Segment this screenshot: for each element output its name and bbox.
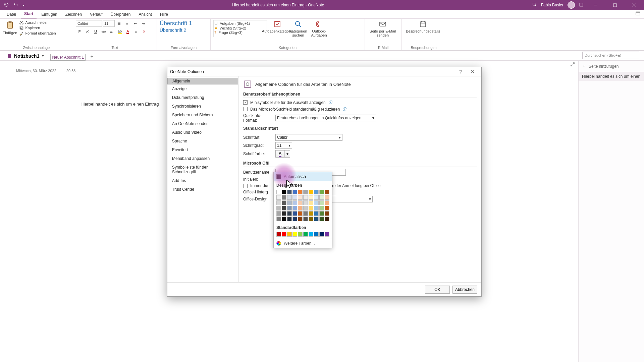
autosave-icon[interactable] — [4, 2, 9, 8]
font-name-combo[interactable]: Calibri — [76, 20, 102, 27]
nav-dokumentpruefung[interactable]: Dokumentprüfung — [167, 93, 238, 102]
color-swatch[interactable] — [287, 217, 292, 221]
color-swatch[interactable] — [287, 211, 292, 216]
undo-icon[interactable] — [13, 2, 18, 8]
color-swatch[interactable] — [325, 211, 329, 216]
color-swatch[interactable] — [303, 195, 308, 200]
bold-button[interactable]: F — [76, 28, 83, 35]
tab-einfuegen[interactable]: Einfügen — [38, 11, 60, 18]
color-swatch[interactable] — [319, 217, 324, 221]
color-swatch[interactable] — [298, 232, 303, 237]
color-swatch[interactable] — [298, 200, 303, 205]
nav-erweitert[interactable]: Erweitert — [167, 145, 238, 154]
minimize-button[interactable] — [588, 0, 603, 10]
nav-speichern[interactable]: Speichern und Sichern — [167, 111, 238, 119]
meeting-details-button[interactable]: Besprechungsdetails — [405, 20, 441, 33]
color-swatch[interactable] — [292, 217, 297, 221]
color-swatch[interactable] — [309, 206, 313, 210]
color-swatch[interactable] — [319, 232, 324, 237]
color-swatch[interactable] — [319, 190, 324, 194]
styles-gallery[interactable]: Überschrift 1 Überschrift 2 — [160, 20, 208, 33]
color-automatic[interactable]: Automatisch — [274, 172, 332, 181]
nav-synchronisieren[interactable]: Synchronisieren — [167, 102, 238, 111]
dialog-help-button[interactable]: ? — [454, 69, 467, 74]
ribbon-opts-icon[interactable] — [579, 2, 584, 8]
nav-addins[interactable]: Add-Ins — [167, 176, 238, 185]
color-swatch[interactable] — [325, 232, 329, 237]
color-swatch[interactable] — [292, 211, 297, 216]
add-section-button[interactable]: + — [88, 53, 96, 60]
color-swatch[interactable] — [292, 200, 297, 205]
font-color-button[interactable]: A — [124, 28, 131, 35]
color-swatch[interactable] — [298, 195, 303, 200]
color-swatch[interactable] — [303, 206, 308, 210]
color-swatch[interactable] — [303, 190, 308, 194]
color-swatch[interactable] — [298, 217, 303, 221]
color-swatch[interactable] — [282, 200, 286, 205]
default-size-select[interactable]: 11▾ — [275, 142, 292, 149]
color-swatch[interactable] — [314, 190, 319, 194]
user-name[interactable]: Fabio Basler — [541, 3, 564, 7]
color-swatch[interactable] — [287, 200, 292, 205]
indent-dec-button[interactable]: ⇤ — [131, 20, 139, 27]
color-swatch[interactable] — [314, 232, 319, 237]
tab-start[interactable]: Start — [21, 10, 37, 18]
underline-button[interactable]: U — [92, 28, 99, 35]
color-swatch[interactable] — [319, 200, 324, 205]
color-swatch[interactable] — [282, 217, 286, 221]
color-swatch[interactable] — [292, 195, 297, 200]
highlight-button[interactable]: ab — [116, 28, 123, 35]
outlook-tasks-button[interactable]: Outlook-Aufgaben — [309, 20, 329, 37]
color-swatch[interactable] — [298, 190, 303, 194]
find-categories-button[interactable]: Kategorien suchen — [288, 20, 309, 37]
font-color-dropdown[interactable]: A ▾ — [275, 150, 290, 158]
quickinfo-select[interactable]: Featurebeschreibungen in QuickInfos anze… — [275, 115, 376, 121]
tab-ansicht[interactable]: Ansicht — [136, 11, 155, 18]
email-page-button[interactable]: Seite per E-Mail senden — [368, 20, 398, 37]
nav-anzeige[interactable]: Anzeige — [167, 84, 238, 93]
task-category-button[interactable]: Aufgabenkategorie — [267, 20, 288, 37]
color-swatch[interactable] — [292, 206, 297, 210]
close-button[interactable] — [627, 0, 642, 10]
numbering-button[interactable]: ≡ — [123, 20, 131, 27]
dialog-close-button[interactable]: ✕ — [467, 69, 479, 74]
color-swatch[interactable] — [325, 217, 329, 221]
color-swatch[interactable] — [325, 206, 329, 210]
style-ueberschrift2[interactable]: Überschrift 2 — [160, 27, 208, 33]
checkbox-mini-toolbar[interactable]: ✓Minisymbolleiste für die Auswahl anzeig… — [243, 100, 477, 105]
color-swatch[interactable] — [314, 200, 319, 205]
style-ueberschrift1[interactable]: Überschrift 1 — [160, 20, 208, 27]
tab-datei[interactable]: Datei — [3, 11, 19, 18]
bullets-button[interactable]: ☰ — [115, 20, 123, 27]
clear-fmt-button[interactable]: ✕ — [140, 28, 148, 35]
color-swatch[interactable] — [276, 211, 281, 216]
tab-ueberpruefen[interactable]: Überprüfen — [107, 11, 134, 18]
notebook-selector[interactable]: Notizbuch1 ▼ — [3, 52, 48, 60]
page-list-item[interactable]: Hierbei handelt es sich um einen — [579, 72, 644, 81]
color-swatch[interactable] — [314, 217, 319, 221]
color-swatch[interactable] — [276, 217, 281, 221]
color-swatch[interactable] — [309, 217, 313, 221]
nav-trustcenter[interactable]: Trust Center — [167, 185, 238, 194]
search-input[interactable]: Durchsuchen (Strg+E) — [582, 52, 639, 59]
default-font-select[interactable]: Calibri▾ — [275, 134, 342, 141]
color-swatch[interactable] — [276, 190, 281, 194]
more-colors-button[interactable]: Weitere Farben... — [274, 239, 332, 248]
color-swatch[interactable] — [309, 211, 313, 216]
format-painter-button[interactable]: Format übertragen — [19, 31, 56, 36]
color-swatch[interactable] — [292, 190, 297, 194]
color-swatch[interactable] — [325, 200, 329, 205]
ok-button[interactable]: OK — [425, 286, 450, 294]
align-button[interactable]: ≡ — [132, 28, 140, 35]
color-swatch[interactable] — [325, 190, 329, 194]
color-swatch[interactable] — [309, 200, 313, 205]
nav-allgemein[interactable]: Allgemein — [167, 78, 238, 84]
color-swatch[interactable] — [309, 190, 313, 194]
paste-button[interactable]: Einfügen — [3, 20, 17, 36]
info-icon[interactable]: ⓘ — [328, 100, 332, 105]
color-swatch[interactable] — [319, 206, 324, 210]
checkbox-always-use[interactable] — [243, 184, 248, 188]
color-swatch[interactable] — [276, 200, 281, 205]
color-swatch[interactable] — [314, 206, 319, 210]
section-tab[interactable]: Neuer Abschnitt 1 — [50, 54, 86, 61]
